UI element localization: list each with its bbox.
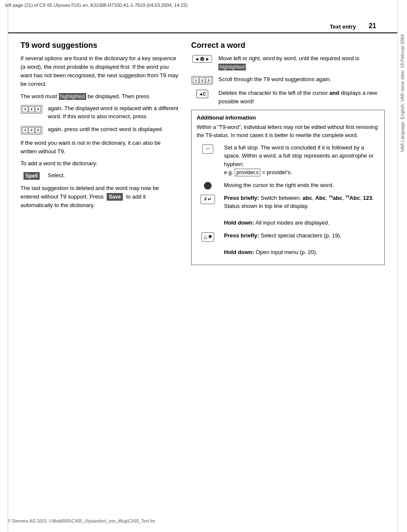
spell-button-label: Spell [23,172,40,180]
star-key-icon: △ ✱ [201,232,214,242]
info-example-highlight: provider.s [235,169,260,176]
info-row4-hold: Hold down: Open input menu (p. 20). [224,249,317,255]
top-bar: left page (21) of CX 65 Ulysses FUG en, … [0,0,407,9]
info-row2-text: Moving the cursor to the right ends the … [224,181,334,190]
correct-row1-highlight: highlighted [218,64,246,70]
nav-lr-icon: ◄ ► [192,55,212,63]
hold-bold: Hold down: [224,219,254,226]
footer: © Siemens AG 2003, I:\MobilR65\CX65_Ulys… [8,519,155,523]
info-example-pre: e.g. [224,169,235,175]
correct-section-heading: Correct a word [191,41,385,50]
info-row3: # ↵ Press briefly: Switch between: abc, … [197,194,379,227]
t9-para4: To add a word to the dictionary: [20,159,178,168]
key-grid-right: 1 2 3 [192,76,213,85]
t9-section-heading: T9 word suggestions [20,41,178,50]
spell-text: Select. [48,171,65,180]
info-row1-example: e.g. provider.s = provider's. [224,169,292,175]
key123-text1: again. The displayed word is replaced wi… [48,104,178,121]
key-grid-1: 1 2 3 [21,105,42,114]
t9-para1: If several options are found in the dict… [20,54,178,89]
key-cell-3: 3 [35,106,41,112]
info-row4-text: Press briefly: Select special characters… [224,231,341,257]
press-briefly-bold2: Press briefly: [224,232,259,239]
hold-bold2: Hold down: [224,249,254,255]
info-row4: △ ✱ Press briefly: Select special charac… [197,231,379,257]
hash-key-icon: # ↵ [201,195,215,204]
info-row1-pre: Set a full stop. The word is concluded i… [224,144,373,167]
info-box-para: Within a "T9-word", individual letters m… [197,123,379,140]
key123-icon-right: 1 2 3 [191,76,213,85]
correct-row3-text: Deletes the character to the left of the… [218,89,385,105]
star-icon-cell: △ ✱ [197,232,219,242]
footer-text: © Siemens AG 2003, I:\MobilR65\CX65_Ulys… [8,519,155,523]
info-row2: Moving the cursor to the right ends the … [197,181,379,190]
left-arrow: ◄ [195,56,199,61]
spell-icon-cell: Spell [20,172,43,180]
hash-icon-cell: # ↵ [197,195,219,204]
page-header-title: Text entry [330,23,356,30]
info-box-title: Additional information [197,114,379,121]
t9-para2: The word must highlighted be displayed. … [20,92,178,101]
save-button-label: Save [107,193,123,201]
correct-row1-text: Move left or right, word by word, until … [218,54,359,71]
key123-row1: 1 2 3 again. The displayed word is repla… [20,104,178,121]
left-margin-line [8,0,8,532]
nav-lr-icon-cell: ◄ ► [191,55,213,63]
additional-info-box: Additional information Within a "T9-word… [191,110,385,265]
key-cell-2: 2 [29,106,35,112]
info-example-post: = provider's. [260,169,292,175]
t9-para2-post: be displayed. Then press [86,93,150,99]
key-grid-2: 1 2 3 [21,126,42,134]
sidebar-text: VAR Language: English; VAR issue date: 1… [400,34,405,152]
correct-row1: ◄ ► Move left or right, word by word, un… [191,54,385,71]
page-header: Text entry 21 [8,9,398,33]
o-plus-icon-cell: ○+ [197,144,219,154]
filled-dot-icon [204,182,212,190]
t9-para5: The last suggestion is deleted and the w… [20,184,178,210]
t9-highlight: highlighted [59,93,86,100]
Abc-bold: Abc [315,195,326,201]
key-cell-6: 3 [35,127,41,133]
key-cell-1: 1 [22,106,28,112]
info-row4-content: Select special characters (p. 19). [261,232,341,239]
info-row3-text: Press briefly: Switch between: abc, Abc,… [224,194,379,227]
info-row1-text: Set a full stop. The word is concluded i… [224,143,379,177]
key-cell-5: 2 [29,127,35,133]
c-key-icon-cell: ◄C [191,90,213,98]
main-content: T9 word suggestions If several options a… [8,33,398,273]
correct-row2: 1 2 3 Scroll through the T9 word suggest… [191,75,385,85]
key-r1: 1 [193,77,199,83]
c-key-icon: ◄C [196,90,208,98]
key-r2: 2 [199,77,205,83]
abc-bold: abc [302,195,312,201]
dot-icon-cell [197,182,219,190]
page-number: 21 [369,22,376,30]
right-column: Correct a word ◄ ► Move left or right, w… [191,41,385,265]
key123-icon2: 1 2 3 [20,126,43,134]
o-plus-key-icon: ○+ [202,144,213,154]
t9-para2-pre: The word must [20,93,59,99]
key123-row2: 1 2 3 again. press until the correct wor… [20,125,178,134]
T9Abc-bold: T9Abc [346,195,360,201]
info-row3-bold-pre: Press briefly: [224,195,261,201]
spell-row: Spell Select. [20,171,178,180]
t9-para3: If the word you want is not in the dicti… [20,139,178,156]
correct-row3: ◄C Deletes the character to the left of … [191,89,385,105]
123-bold: 123 [363,195,372,201]
left-column: T9 word suggestions If several options a… [20,41,178,265]
correct-row1-pre: Move left or right, word by word, until … [218,55,359,61]
key123-text2: again. press until the correct word is d… [48,125,163,134]
key-cell-4: 1 [22,127,28,133]
key-r3: 3 [206,77,212,83]
info-row3-hold: Hold down: All input modes are displayed… [224,219,329,226]
sidebar-vertical: VAR Language: English; VAR issue date: 1… [398,34,407,333]
T9abc-bold: T9abc [329,195,343,201]
nav-center-dot [200,57,204,61]
key123-icon1: 1 2 3 [20,105,43,114]
info-row1: ○+ Set a full stop. The word is conclude… [197,143,379,177]
correct-row1-post: . [246,64,247,70]
correct-row3-pre: Deletes the character to the left of the… [218,90,329,96]
correct-row3-bold: and [329,90,339,96]
info-row3-pre: Press briefly: [224,195,261,201]
right-arrow: ► [205,56,210,61]
